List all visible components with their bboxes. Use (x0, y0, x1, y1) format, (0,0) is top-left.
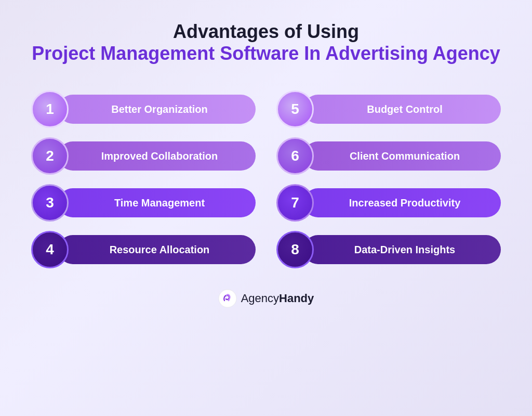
label-pill-2: Improved Collaboration (58, 141, 256, 171)
list-item-5: 5Budget Control (276, 90, 501, 128)
brand-regular: Agency (241, 292, 279, 305)
label-pill-7: Increased Productivity (303, 188, 501, 217)
brand-name: AgencyHandy (241, 292, 314, 305)
footer-brand: AgencyHandy (218, 289, 314, 308)
list-item-6: 6Client Communication (276, 137, 501, 175)
label-pill-8: Data-Driven Insights (303, 235, 501, 264)
header-line2: Project Management Software In Advertisi… (32, 43, 500, 64)
list-item-2: 2Improved Collaboration (31, 137, 256, 175)
items-grid: 1Better Organization5Budget Control2Impr… (0, 75, 532, 284)
list-item-7: 7Increased Productivity (276, 184, 501, 222)
number-circle-1: 1 (31, 90, 69, 128)
label-pill-5: Budget Control (303, 95, 501, 124)
agency-handy-logo-icon (218, 289, 237, 308)
list-item-8: 8Data-Driven Insights (276, 231, 501, 268)
number-circle-6: 6 (276, 137, 314, 175)
list-item-1: 1Better Organization (31, 90, 256, 128)
number-circle-7: 7 (276, 184, 314, 222)
page-header: Advantages of Using Project Management S… (21, 0, 511, 75)
brand-bold: Handy (279, 292, 314, 305)
number-circle-3: 3 (31, 184, 69, 222)
list-item-3: 3Time Management (31, 184, 256, 222)
header-line1: Advantages of Using (32, 21, 500, 43)
label-pill-3: Time Management (58, 188, 256, 217)
number-circle-2: 2 (31, 137, 69, 175)
list-item-4: 4Resource Allocation (31, 231, 256, 268)
label-pill-4: Resource Allocation (58, 235, 256, 264)
label-pill-6: Client Communication (303, 141, 501, 171)
label-pill-1: Better Organization (58, 95, 256, 124)
number-circle-4: 4 (31, 231, 69, 268)
number-circle-5: 5 (276, 90, 314, 128)
number-circle-8: 8 (276, 231, 314, 268)
svg-point-0 (219, 290, 236, 307)
